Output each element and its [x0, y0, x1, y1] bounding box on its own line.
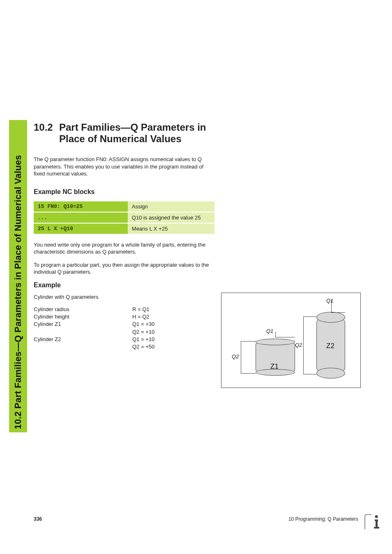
param-value: Q2 = +10 [132, 328, 214, 336]
param-label: Cylinder radius [34, 306, 132, 313]
nc-desc-cell: Assign [128, 201, 214, 212]
body-paragraph: To program a particular part, you then a… [34, 261, 214, 276]
section-title: Part Families—Q Parameters in Place of N… [59, 122, 214, 144]
example-list: Cylinder radiusR = Q1 Cylinder heightH =… [34, 306, 214, 351]
dim-label-q1: Q1 [326, 298, 333, 304]
dim-line [275, 332, 276, 337]
param-value: Q2 = +50 [132, 343, 214, 351]
nc-code-cell: 15 FN0: Q10=25 [34, 201, 128, 212]
param-label [34, 328, 132, 336]
example-caption: Cylinder with Q parameters [34, 294, 214, 300]
dim-label-q2: Q2 [232, 353, 239, 360]
svg-point-0 [375, 515, 378, 518]
nc-desc-cell: Means L X +25 [128, 224, 214, 234]
list-item: Cylinder Z1Q1 = +30 [34, 321, 214, 328]
dim-line [303, 316, 304, 374]
page-footer: 336 10 Programming: Q Parameters [34, 516, 358, 522]
dim-line [241, 341, 241, 373]
info-icon [364, 514, 380, 530]
main-content: 10.2 Part Families—Q Parameters in Place… [34, 122, 214, 351]
label-z1: Z1 [270, 362, 279, 371]
table-row: 25 L X +Q10 Means L X +25 [34, 224, 214, 234]
table-row: 15 FN0: Q10=25 Assign [34, 201, 214, 212]
list-item: Cylinder Z2Q1 = +10 [34, 336, 214, 343]
param-label: Cylinder Z2 [34, 336, 132, 343]
chapter-label: 10 Programming: Q Parameters [288, 516, 358, 522]
param-value: R = Q1 [132, 306, 214, 313]
param-label: Cylinder height [34, 313, 132, 321]
side-tab-label: 10.2 Part Families—Q Parameters in Place… [13, 155, 23, 429]
dim-label-q2: Q2 [295, 342, 302, 348]
table-row: ... Q10 is assigned the value 25 [34, 212, 214, 223]
list-item: Q2 = +10 [34, 328, 214, 336]
svg-rect-3 [374, 527, 379, 529]
dim-line [241, 341, 256, 342]
label-z2: Z2 [326, 342, 334, 350]
cylinder-diagram: Q1 Q1 Q2 Q2 Z1 Z2 [221, 293, 361, 388]
dim-line [303, 374, 316, 374]
param-label: Cylinder Z1 [34, 321, 132, 328]
section-heading: 10.2 Part Families—Q Parameters in Place… [34, 122, 214, 144]
intro-paragraph: The Q parameter function FN0: ASSIGN ass… [34, 156, 214, 178]
side-tab: 10.2 Part Families—Q Parameters in Place… [9, 120, 27, 432]
section-number: 10.2 [34, 122, 59, 144]
nc-blocks-heading: Example NC blocks [34, 188, 214, 196]
nc-code-cell: ... [34, 212, 128, 223]
dim-line [331, 312, 345, 313]
nc-desc-cell: Q10 is assigned the value 25 [128, 212, 214, 223]
param-value: H = Q2 [132, 313, 214, 321]
nc-blocks-table: 15 FN0: Q10=25 Assign ... Q10 is assigne… [34, 201, 214, 235]
body-paragraph: You need write only one program for a wh… [34, 241, 214, 256]
nc-code-cell: 25 L X +Q10 [34, 224, 128, 234]
dim-line [241, 373, 256, 374]
list-item: Q2 = +50 [34, 343, 214, 351]
dim-line [303, 316, 316, 317]
list-item: Cylinder radiusR = Q1 [34, 306, 214, 313]
param-label [34, 343, 132, 351]
dim-line [275, 337, 295, 337]
list-item: Cylinder heightH = Q2 [34, 313, 214, 321]
param-value: Q1 = +10 [132, 336, 214, 343]
page-number: 336 [34, 516, 42, 522]
example-heading: Example [34, 282, 214, 289]
svg-rect-2 [376, 519, 378, 528]
param-value: Q1 = +30 [132, 321, 214, 328]
dim-label-q1: Q1 [266, 328, 273, 334]
